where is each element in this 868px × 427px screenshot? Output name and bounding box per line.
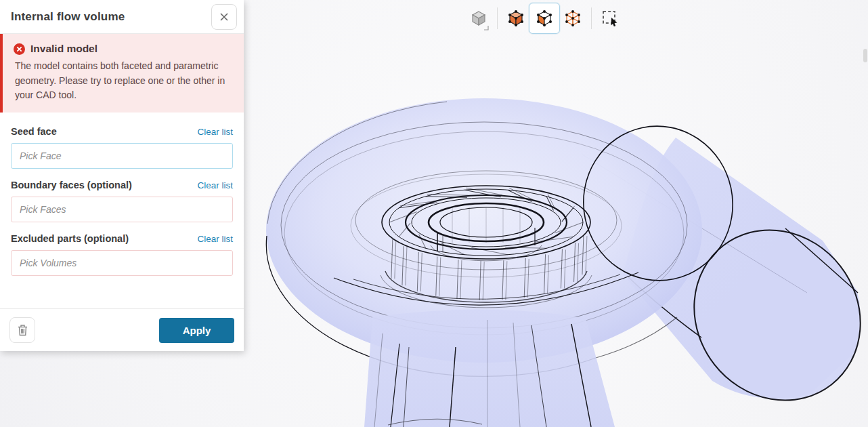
viewport-scrollbar-thumb[interactable] [863, 49, 867, 62]
error-message: The model contains both faceted and para… [14, 59, 233, 103]
trash-icon [17, 324, 28, 336]
excluded-parts-clear-link[interactable]: Clear list [197, 234, 233, 244]
close-icon [219, 12, 230, 22]
cube-face-icon [536, 9, 553, 27]
internal-flow-volume-panel: Internal flow volume Invalid model The m… [0, 0, 244, 351]
seed-face-input[interactable] [11, 143, 233, 169]
close-button[interactable] [211, 4, 237, 30]
toolbar-separator [497, 7, 498, 29]
cube-wireframe-icon [564, 9, 582, 27]
error-circle-x-icon [14, 43, 25, 55]
error-banner: Invalid model The model contains both fa… [0, 34, 244, 113]
toolbar-button-edge-vertex-select[interactable] [560, 3, 586, 33]
dropdown-corner-icon [483, 25, 489, 30]
delete-button[interactable] [9, 317, 35, 343]
boundary-faces-clear-link[interactable]: Clear list [197, 180, 233, 190]
apply-button[interactable]: Apply [159, 318, 234, 343]
toolbar-button-solid[interactable] [466, 3, 492, 33]
toolbar-button-box-select[interactable] [597, 3, 623, 33]
excluded-parts-label: Excluded parts (optional) [11, 233, 129, 244]
selection-mode-toolbar [466, 1, 623, 35]
panel-footer: Apply [0, 308, 244, 351]
boundary-faces-input[interactable] [11, 197, 233, 222]
toolbar-separator [591, 7, 592, 29]
marquee-cursor-icon [600, 8, 620, 28]
panel-header: Internal flow volume [0, 0, 244, 34]
toolbar-button-face-select[interactable] [529, 3, 560, 34]
inlet-cone [364, 309, 615, 427]
panel-title: Internal flow volume [11, 10, 125, 24]
error-title: Invalid model [30, 43, 97, 55]
seed-face-label: Seed face [11, 126, 57, 137]
excluded-parts-input[interactable] [11, 250, 233, 276]
seed-face-clear-link[interactable]: Clear list [197, 127, 233, 137]
cube-volume-icon [507, 9, 525, 27]
pump-model-rendering [244, 0, 868, 427]
boundary-faces-label: Boundary faces (optional) [11, 180, 132, 190]
toolbar-button-volume-select[interactable] [503, 3, 529, 33]
field-list: Seed face Clear list Boundary faces (opt… [0, 113, 244, 276]
